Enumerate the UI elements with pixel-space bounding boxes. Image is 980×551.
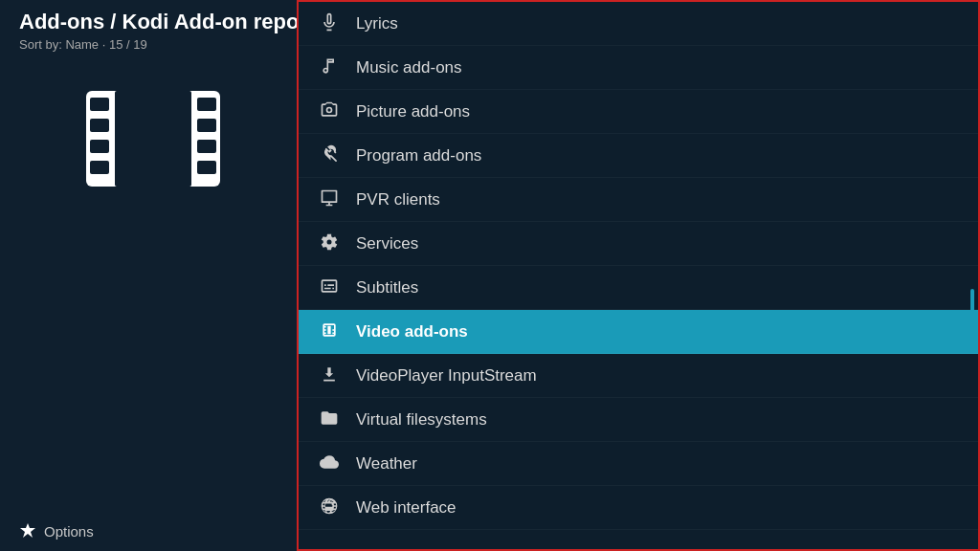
gear-icon xyxy=(318,232,341,255)
menu-item-label-virtual-filesystems: Virtual filesystems xyxy=(356,410,487,430)
menu-item-video-addons[interactable]: Video add-ons xyxy=(299,310,978,354)
wrench-icon xyxy=(318,144,341,167)
mic-icon xyxy=(318,12,341,35)
svg-rect-1 xyxy=(115,91,191,187)
left-panel xyxy=(29,77,278,201)
subtitles-icon xyxy=(318,276,341,299)
svg-rect-7 xyxy=(197,119,216,132)
menu-item-label-pvr-clients: PVR clients xyxy=(356,190,440,209)
dropdown-panel: LyricsMusic add-onsPicture add-onsProgra… xyxy=(297,0,980,551)
menu-item-lyrics[interactable]: Lyrics xyxy=(299,2,978,46)
menu-item-program-addons[interactable]: Program add-ons xyxy=(299,134,978,178)
menu-item-label-services: Services xyxy=(356,234,418,253)
menu-item-pvr-clients[interactable]: PVR clients xyxy=(299,178,978,222)
menu-item-label-video-addons: Video add-ons xyxy=(356,322,468,342)
svg-rect-9 xyxy=(197,161,216,174)
options-label: Options xyxy=(44,523,94,540)
globe-icon xyxy=(318,496,341,519)
menu-item-music-addons[interactable]: Music add-ons xyxy=(299,46,978,90)
camera-icon xyxy=(318,100,341,123)
music-icon xyxy=(318,56,341,79)
menu-item-label-lyrics: Lyrics xyxy=(356,14,398,33)
menu-item-web-interface[interactable]: Web interface xyxy=(299,486,978,530)
svg-rect-8 xyxy=(197,140,216,153)
menu-item-label-music-addons: Music add-ons xyxy=(356,58,462,77)
menu-item-picture-addons[interactable]: Picture add-ons xyxy=(299,90,978,134)
film-reel-icon xyxy=(77,77,230,201)
menu-item-virtual-filesystems[interactable]: Virtual filesystems xyxy=(299,398,978,442)
menu-item-label-picture-addons: Picture add-ons xyxy=(356,102,470,121)
menu-item-label-web-interface: Web interface xyxy=(356,498,457,518)
folder-icon xyxy=(318,408,341,431)
svg-rect-4 xyxy=(90,140,109,153)
film-icon xyxy=(318,320,341,343)
download-icon xyxy=(318,364,341,387)
svg-rect-6 xyxy=(197,98,216,111)
menu-item-label-subtitles: Subtitles xyxy=(356,278,418,298)
menu-item-label-weather: Weather xyxy=(356,454,417,474)
menu-item-weather[interactable]: Weather xyxy=(299,442,978,486)
menu-item-label-videoplayer-inputstream: VideoPlayer InputStream xyxy=(356,366,537,386)
svg-rect-2 xyxy=(90,98,109,111)
svg-marker-10 xyxy=(20,523,35,538)
cloud-icon xyxy=(318,452,341,475)
menu-item-videoplayer-inputstream[interactable]: VideoPlayer InputStream xyxy=(299,354,978,398)
options-bar[interactable]: Options xyxy=(19,522,94,540)
svg-rect-3 xyxy=(90,119,109,132)
menu-item-services[interactable]: Services xyxy=(299,222,978,266)
svg-rect-5 xyxy=(90,161,109,174)
scroll-indicator[interactable] xyxy=(970,289,974,327)
menu-item-subtitles[interactable]: Subtitles xyxy=(299,266,978,310)
menu-item-label-program-addons: Program add-ons xyxy=(356,146,481,165)
monitor-icon xyxy=(318,188,341,211)
options-icon xyxy=(19,522,36,540)
